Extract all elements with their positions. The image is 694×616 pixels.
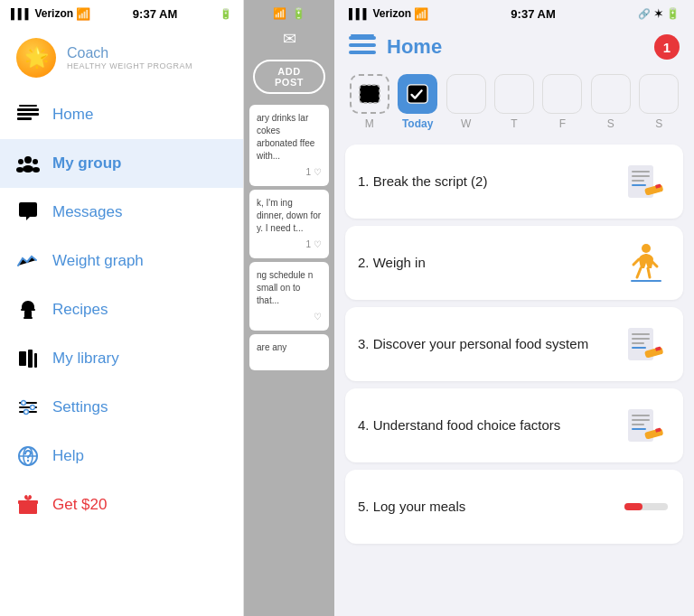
sidebar-item-label-help: Help bbox=[52, 447, 84, 465]
sidebar-item-settings[interactable]: Settings bbox=[0, 383, 243, 432]
sidebar-item-home[interactable]: Home bbox=[0, 90, 243, 139]
help-icon bbox=[16, 444, 40, 468]
coach-section[interactable]: 🌟 Coach HEALTHY WEIGHT PROGRAM bbox=[0, 25, 243, 90]
list-item[interactable]: k, I'm ing dinner, down for y. I need t.… bbox=[249, 190, 329, 258]
messages-icon bbox=[16, 201, 40, 224]
week-day-w[interactable]: W bbox=[442, 74, 490, 135]
svg-rect-3 bbox=[19, 105, 37, 107]
post-footer: 1 ♡ bbox=[257, 238, 322, 251]
svg-rect-13 bbox=[19, 351, 26, 366]
list-item[interactable]: are any bbox=[249, 334, 329, 370]
day-icon-m bbox=[350, 74, 389, 114]
day-icon-t1 bbox=[494, 74, 534, 114]
svg-rect-10 bbox=[21, 309, 35, 311]
list-item[interactable]: ng schedule n small on to that... ♡ bbox=[249, 262, 329, 331]
week-day-f[interactable]: F bbox=[539, 74, 586, 135]
svg-rect-32 bbox=[351, 34, 374, 36]
nav-items: Home My group M bbox=[0, 90, 243, 616]
svg-rect-12 bbox=[23, 317, 33, 319]
task-card-5[interactable]: 5. Log your meals bbox=[345, 470, 683, 544]
recipes-icon bbox=[16, 298, 40, 322]
person-scale-icon bbox=[622, 238, 671, 287]
task-card-2[interactable]: 2. Weigh in bbox=[345, 226, 683, 300]
day-icon-w bbox=[446, 74, 486, 114]
sidebar-item-label-home: Home bbox=[52, 106, 93, 124]
carrier-name-left: Verizon bbox=[34, 7, 73, 20]
add-post-button[interactable]: ADD POST bbox=[253, 60, 325, 94]
day-label-w: W bbox=[461, 117, 471, 130]
svg-rect-15 bbox=[34, 353, 37, 368]
post-text: are any bbox=[257, 342, 286, 352]
right-header: Home 1 bbox=[334, 25, 694, 69]
notification-badge[interactable]: 1 bbox=[654, 34, 680, 60]
coach-avatar: 🌟 bbox=[16, 38, 56, 78]
carrier-name-right: Verizon bbox=[372, 7, 411, 20]
gift-icon bbox=[16, 493, 40, 517]
svg-rect-37 bbox=[632, 175, 650, 177]
sidebar-item-label-settings: Settings bbox=[52, 398, 108, 416]
sidebar-item-label-get-20: Get $20 bbox=[52, 496, 108, 514]
settings-icon bbox=[16, 396, 40, 419]
week-day-s2[interactable]: S bbox=[635, 74, 683, 135]
day-icon-today bbox=[398, 74, 437, 114]
bluetooth-icon: 📶 bbox=[273, 7, 286, 20]
day-icon-s2 bbox=[639, 74, 679, 114]
week-day-m[interactable]: M bbox=[345, 74, 393, 135]
sidebar-item-label-my-group: My group bbox=[52, 154, 122, 173]
status-bar-left: ▌▌▌ Verizon 📶 9:37 AM 🔋 bbox=[0, 0, 243, 25]
signal-bars-left: ▌▌▌ bbox=[11, 8, 32, 19]
task-label-2: 2. Weigh in bbox=[358, 254, 622, 272]
tasks-list: 1. Break the script (2) 2. Weigh in bbox=[334, 135, 694, 616]
week-day-today[interactable]: Today bbox=[393, 74, 441, 135]
svg-rect-46 bbox=[632, 338, 650, 340]
sidebar-item-messages[interactable]: Messages bbox=[0, 188, 243, 237]
day-label-today: Today bbox=[402, 117, 433, 130]
envelope-area: ✉ bbox=[244, 25, 334, 52]
week-day-s1[interactable]: S bbox=[586, 74, 634, 135]
svg-rect-1 bbox=[17, 113, 39, 116]
svg-rect-11 bbox=[24, 311, 32, 318]
svg-rect-0 bbox=[17, 108, 39, 111]
sidebar-item-weight-graph[interactable]: Weight graph bbox=[0, 237, 243, 285]
time-right: 9:37 AM bbox=[511, 7, 555, 21]
list-item[interactable]: ary drinks lar cokes arbonated ffee with… bbox=[249, 105, 329, 186]
svg-point-6 bbox=[18, 159, 23, 164]
wifi-icon-left: 📶 bbox=[76, 7, 90, 21]
post-text: ary drinks lar cokes arbonated ffee with… bbox=[257, 113, 314, 161]
sidebar-item-recipes[interactable]: Recipes bbox=[0, 285, 243, 334]
home-icon bbox=[16, 103, 40, 126]
like-count: 1 bbox=[305, 166, 311, 179]
left-panel: ▌▌▌ Verizon 📶 9:37 AM 🔋 🌟 Coach HEALTHY … bbox=[0, 0, 244, 616]
svg-rect-30 bbox=[349, 43, 376, 47]
pencil-note-icon-4 bbox=[622, 401, 671, 450]
svg-rect-53 bbox=[632, 419, 650, 421]
sidebar-item-help[interactable]: Help bbox=[0, 432, 243, 481]
svg-point-4 bbox=[24, 156, 32, 163]
day-icon-f bbox=[542, 74, 582, 114]
heart-icon: ♡ bbox=[314, 166, 322, 179]
svg-rect-48 bbox=[632, 347, 646, 349]
signal-bars-right: ▌▌▌ bbox=[349, 8, 370, 19]
sidebar-item-label-messages: Messages bbox=[52, 203, 122, 221]
envelope-icon: ✉ bbox=[283, 29, 296, 49]
week-day-t1[interactable]: T bbox=[490, 74, 538, 135]
library-icon bbox=[16, 347, 40, 370]
coach-subtitle: HEALTHY WEIGHT PROGRAM bbox=[67, 61, 192, 70]
status-icons-right: 🔗 ✶ 🔋 bbox=[638, 7, 680, 20]
sidebar-item-get-20[interactable]: Get $20 bbox=[0, 481, 243, 529]
svg-rect-45 bbox=[632, 333, 650, 335]
pencil-note-icon-1 bbox=[622, 157, 671, 206]
sidebar-item-my-library[interactable]: My library bbox=[0, 334, 243, 383]
carrier-right: ▌▌▌ Verizon 📶 bbox=[349, 7, 428, 21]
sidebar-item-my-group[interactable]: My group bbox=[0, 139, 243, 188]
home-title: Home bbox=[387, 35, 442, 59]
sidebar-item-label-weight-graph: Weight graph bbox=[52, 252, 144, 270]
day-label-t1: T bbox=[511, 117, 517, 130]
coach-text: Coach HEALTHY WEIGHT PROGRAM bbox=[67, 45, 192, 70]
task-card-1[interactable]: 1. Break the script (2) bbox=[345, 145, 683, 219]
svg-rect-55 bbox=[632, 428, 646, 430]
task-card-3[interactable]: 3. Discover your personal food system bbox=[345, 307, 683, 381]
task-card-4[interactable]: 4. Understand food choice factors bbox=[345, 388, 683, 462]
sidebar-item-label-my-library: My library bbox=[52, 350, 119, 368]
day-label-f: F bbox=[559, 117, 566, 130]
